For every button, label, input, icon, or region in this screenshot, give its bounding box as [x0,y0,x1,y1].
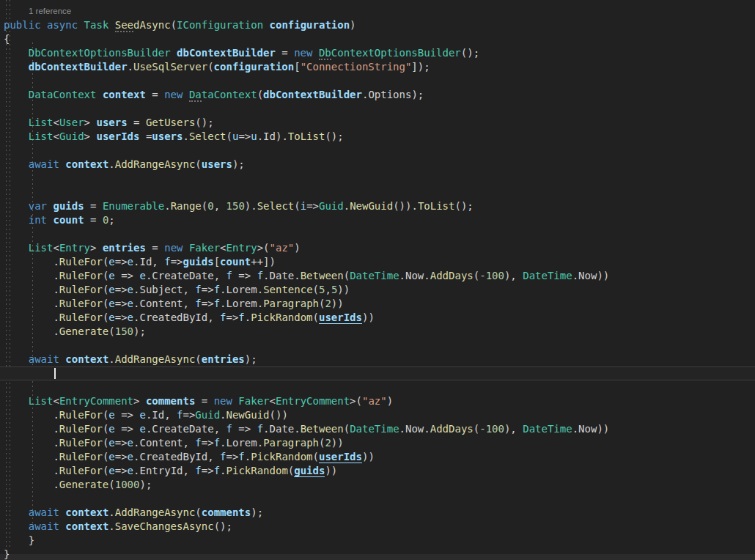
code-token-prop: Subject [139,284,183,295]
code-token-prop: Id [152,409,164,421]
code-token-param: e [128,284,133,295]
code-token-num: -100 [479,270,504,281]
active-code-line[interactable] [0,366,755,380]
code-line[interactable]: public async Task SeedAsync(IConfigurati… [0,18,755,32]
code-token-var: users [152,130,183,142]
code-token-pln: ) [387,395,393,407]
code-token-pln: ( [313,312,319,323]
code-line[interactable]: DbContextOptionsBuilder dbContextBuilder… [0,46,755,60]
code-line[interactable]: .RuleFor(e => e.CreateDate, f => f.Date.… [0,422,755,436]
code-line[interactable]: .RuleFor(e => e.CreateDate, f => f.Date.… [0,269,755,283]
code-line[interactable]: .RuleFor(e=>e.CreatedById, f=>f.PickRand… [0,311,755,325]
code-line[interactable] [0,185,755,199]
code-line[interactable]: var guids = Enumerable.Range(0, 150).Sel… [0,199,755,213]
code-line[interactable]: List<Guid> userIds =users.Select(u=>u.Id… [0,130,755,144]
code-token-pln [4,242,29,254]
code-token-pln: . [128,61,133,73]
code-lines[interactable]: public async Task SeedAsync(IConfigurati… [0,18,755,560]
code-line[interactable]: .RuleFor(e=>e.Id, f=>guids[count++]) [0,255,755,269]
code-token-varU: guids [294,465,325,477]
code-token-pln [4,158,29,170]
code-token-pln: < [270,395,276,407]
code-token-method: Select [257,200,295,212]
code-token-pln: (); [214,520,232,532]
code-line[interactable]: int count = 0; [0,213,755,227]
code-token-typeD: Da [189,89,202,102]
code-token-pln: >( [257,242,270,254]
code-token-method: PickRandom [226,465,288,476]
code-line[interactable]: await context.AddRangeAsync(comments); [0,506,755,520]
code-line[interactable]: List<Entry> entries = new Faker<Entry>("… [0,241,755,255]
code-token-kw: await [29,353,59,365]
code-token-pln: < [220,242,226,254]
code-token-pln: , [152,256,164,268]
code-line[interactable]: await context.SaveChangesAsync(); [0,520,755,534]
code-token-param: e [108,298,114,309]
code-token-pln: . [263,423,269,435]
code-token-pln: . [294,423,300,435]
code-token-type: Guid [319,200,344,212]
code-line[interactable] [0,102,755,116]
code-line[interactable]: { [0,32,755,46]
code-line[interactable]: .RuleFor(e=>e.EntryId, f=>f.PickRandom(g… [0,464,755,478]
code-token-pln: < [53,130,59,142]
code-token-str: "az" [362,395,387,407]
code-line[interactable]: .RuleFor(e=>e.Subject, f=>f.Lorem.Senten… [0,283,755,297]
code-token-pln: . [399,423,405,435]
code-line[interactable]: .Generate(150); [0,325,755,339]
code-token-kw: var [29,200,47,212]
code-token-pln: . [108,520,114,532]
code-token-var: context [65,506,108,518]
code-line[interactable]: await context.AddRangeAsync(entries); [0,353,755,366]
code-line[interactable] [0,492,755,506]
code-token-prop: Now [405,270,424,281]
code-line[interactable]: .RuleFor(e => e.Id, f=>Guid.NewGuid()) [0,408,755,422]
code-token-param: f [226,270,232,281]
code-line[interactable] [0,172,755,185]
code-token-method: Generate [59,325,108,337]
code-editor[interactable]: 1 reference public async Task SeedAsync(… [0,0,755,560]
code-token-num: 150 [115,325,133,337]
code-token-param: e [128,298,133,309]
code-token-type: List [29,117,54,128]
code-token-pln: => [202,465,214,476]
code-line[interactable] [0,380,755,394]
code-token-pln: = [146,89,164,100]
code-line[interactable] [0,144,755,158]
code-token-pln: ( [474,423,479,435]
codelens-references[interactable]: 1 reference [0,4,755,18]
code-token-param: e [108,465,114,476]
code-line[interactable]: .RuleFor(e=>e.Content, f=>f.Lorem.Paragr… [0,297,755,311]
code-line[interactable]: List<EntryComment> comments = new Faker<… [0,394,755,408]
code-line[interactable]: List<User> users = GetUsers(); [0,116,755,130]
code-token-param: e [128,312,133,323]
code-token-kw: new [294,47,312,59]
code-token-pln: < [53,395,59,407]
code-token-pln: ]); [411,61,430,73]
code-token-method: UseSqlServer [133,61,207,73]
code-token-pln: => [202,298,214,309]
code-token-method: RuleFor [59,409,103,421]
code-token-pln: ( [108,325,114,337]
code-token-prop: Date [270,270,295,281]
code-line[interactable] [0,74,755,88]
code-token-pln: )) [325,465,337,476]
code-line[interactable] [0,339,755,353]
code-token-param: i [301,200,306,212]
code-line[interactable]: .RuleFor(e=>e.Content, f=>f.Lorem.Paragr… [0,436,755,450]
code-line[interactable]: DataContext context = new DataContext(db… [0,88,755,102]
code-line[interactable]: } [0,534,755,548]
code-line[interactable]: dbContextBuilder.UseSqlServer(configurat… [0,60,755,74]
code-token-method: Paragraph [263,298,319,309]
code-line[interactable]: .Generate(1000); [0,478,755,492]
code-line[interactable]: .RuleFor(e=>e.CreatedById, f=>f.PickRand… [0,450,755,464]
code-line[interactable]: } [0,548,755,560]
code-token-param: f [214,465,220,476]
code-token-method: SaveChangesAsync [115,520,214,532]
code-token-type: List [29,395,54,407]
code-token-var: context [65,158,108,170]
text-caret [54,368,56,379]
code-token-method: AddDays [430,423,474,435]
code-line[interactable]: await context.AddRangeAsync(users); [0,158,755,172]
code-line[interactable] [0,227,755,241]
